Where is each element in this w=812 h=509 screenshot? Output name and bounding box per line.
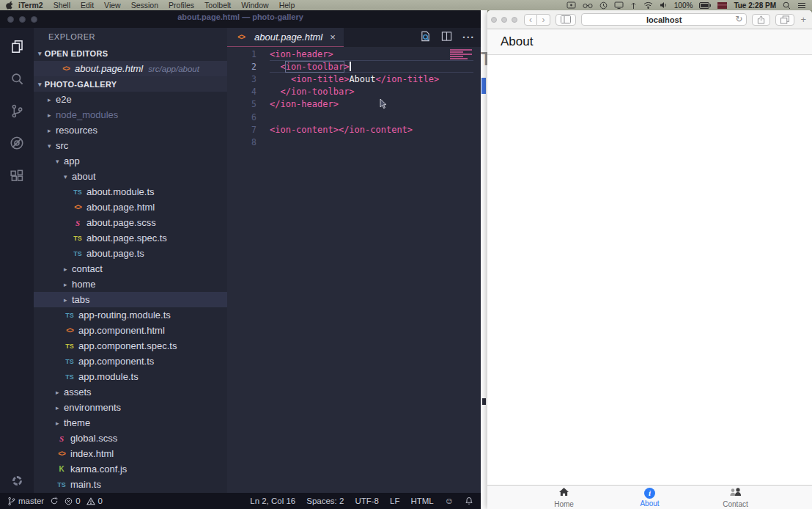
more-actions-icon[interactable]: ··· (462, 32, 475, 43)
menubar-clock[interactable]: Tue 2:28 PM (734, 1, 776, 10)
open-editors-section[interactable]: ▾ OPEN EDITORS (34, 45, 227, 61)
code-line-6[interactable]: 6 (227, 111, 481, 123)
explorer-icon[interactable] (9, 38, 25, 54)
zoom-window-button[interactable] (512, 17, 517, 23)
reload-icon[interactable]: ↻ (735, 14, 742, 24)
encoding[interactable]: UTF-8 (355, 497, 379, 505)
menu-item-toolbelt[interactable]: Toolbelt (199, 1, 236, 10)
code-line-8[interactable]: 8 (227, 136, 481, 148)
ionic-tab-about[interactable]: iAbout (607, 486, 693, 509)
notification-center-icon[interactable] (797, 2, 806, 9)
spotlight-icon[interactable] (783, 1, 791, 10)
tree-file-about.page.html[interactable]: <>about.page.html (34, 199, 227, 215)
tree-file-karma.conf.js[interactable]: Kkarma.conf.js (34, 461, 227, 477)
extensions-icon[interactable] (9, 167, 25, 183)
tree-folder-resources[interactable]: ▸resources (34, 122, 227, 138)
sidebar-toggle-button[interactable] (556, 14, 576, 26)
tree-file-app.component.ts[interactable]: TSapp.component.ts (34, 354, 227, 369)
forward-button[interactable]: › (537, 14, 550, 26)
menu-item-session[interactable]: Session (126, 1, 163, 10)
ionic-tab-home[interactable]: Home (521, 486, 607, 509)
tree-file-app.module.ts[interactable]: TSapp.module.ts (34, 369, 227, 384)
safari-toolbar[interactable]: ‹ › localhost ↻ + (487, 10, 812, 29)
code-line-3[interactable]: 3 <ion-title>About</ion-title> (227, 73, 481, 85)
tree-folder-e2e[interactable]: ▸e2e (34, 92, 227, 107)
tree-folder-environments[interactable]: ▸environments (34, 400, 227, 415)
share-button[interactable] (752, 14, 770, 26)
git-branch-indicator[interactable]: master (7, 497, 44, 506)
address-bar[interactable]: localhost ↻ (581, 13, 747, 26)
menu-item-iterm2[interactable]: iTerm2 (13, 1, 48, 10)
close-tab-icon[interactable]: × (330, 32, 336, 43)
tree-file-app-routing.module.ts[interactable]: TSapp-routing.module.ts (34, 307, 227, 323)
tree-file-index.html[interactable]: <>index.html (34, 446, 227, 461)
notifications-bell-icon[interactable] (465, 497, 473, 505)
eol[interactable]: LF (390, 497, 399, 505)
volume-icon[interactable] (660, 1, 668, 9)
back-button[interactable]: ‹ (524, 14, 537, 26)
code-editor[interactable]: 1<ion-header>2 <ion-toolbar>3 <ion-title… (227, 47, 481, 493)
tree-folder-node_modules[interactable]: ▸node_modules (34, 107, 227, 122)
glasses-icon[interactable] (583, 2, 593, 9)
cursor-position[interactable]: Ln 2, Col 16 (250, 497, 295, 505)
tree-file-about.page.scss[interactable]: Sabout.page.scss (34, 215, 227, 230)
indentation[interactable]: Spaces: 2 (306, 497, 344, 505)
menu-item-edit[interactable]: Edit (75, 1, 99, 10)
menu-item-window[interactable]: Window (236, 1, 273, 10)
tree-folder-about[interactable]: ▾about (34, 169, 227, 184)
tree-file-about.page.ts[interactable]: TSabout.page.ts (34, 246, 227, 261)
tree-file-app.component.spec.ts[interactable]: TSapp.component.spec.ts (34, 338, 227, 354)
tree-file-about.module.ts[interactable]: TSabout.module.ts (34, 184, 227, 199)
feedback-smiley-icon[interactable]: ☺ (445, 496, 454, 506)
code-line-4[interactable]: 4 </ion-toolbar> (227, 86, 481, 98)
errors-indicator[interactable]: 0 (64, 497, 80, 505)
input-source-flag-icon[interactable] (717, 2, 727, 9)
warnings-indicator[interactable]: 0 (86, 497, 103, 505)
ionic-tab-contact[interactable]: Contact (693, 486, 778, 509)
close-window-button[interactable] (491, 17, 497, 23)
vscode-titlebar[interactable]: about.page.html — photo-gallery (0, 10, 481, 28)
tree-folder-src[interactable]: ▾src (34, 138, 227, 153)
tree-folder-tabs[interactable]: ▸tabs (34, 292, 227, 307)
apple-menu-icon[interactable] (6, 1, 13, 10)
screen-recording-icon[interactable] (566, 1, 576, 9)
minimize-window-button[interactable] (501, 17, 507, 23)
open-editor-item[interactable]: <> about.page.html src/app/about (34, 61, 227, 76)
search-icon[interactable] (9, 70, 25, 87)
tree-file-app.component.html[interactable]: <>app.component.html (34, 323, 227, 338)
tab-about-page-html[interactable]: <> about.page.html × (227, 28, 344, 47)
settings-gear-icon[interactable] (0, 476, 34, 486)
open-changes-icon[interactable] (420, 31, 431, 45)
code-line-1[interactable]: 1<ion-header> (227, 48, 481, 60)
tree-file-main.ts[interactable]: TSmain.ts (34, 477, 227, 492)
menu-item-profiles[interactable]: Profiles (163, 1, 199, 10)
tree-folder-assets[interactable]: ▸assets (34, 384, 227, 400)
menu-item-help[interactable]: Help (274, 1, 300, 10)
display-icon[interactable] (614, 1, 624, 9)
wifi-icon[interactable] (643, 1, 653, 9)
tree-folder-contact[interactable]: ▸contact (34, 261, 227, 277)
code-line-2[interactable]: 2 <ion-toolbar> (227, 60, 481, 73)
tree-folder-app[interactable]: ▾app (34, 153, 227, 169)
project-section[interactable]: ▾ PHOTO-GALLERY (34, 76, 227, 92)
battery-icon[interactable] (699, 2, 711, 9)
background-dark-element (482, 398, 486, 405)
chevron-down-icon: ▾ (64, 173, 72, 180)
debug-disabled-icon[interactable] (9, 135, 25, 151)
menu-item-shell[interactable]: Shell (48, 1, 75, 10)
tree-folder-home[interactable]: ▸home (34, 277, 227, 292)
time-machine-icon[interactable] (599, 1, 608, 10)
new-tab-button[interactable]: + (800, 14, 808, 25)
tree-file-about.page.spec.ts[interactable]: TSabout.page.spec.ts (34, 230, 227, 246)
upload-icon[interactable] (630, 1, 637, 10)
tab-overview-button[interactable] (775, 14, 794, 26)
code-line-7[interactable]: 7<ion-content></ion-content> (227, 123, 481, 136)
sync-button[interactable] (50, 497, 59, 505)
tree-file-global.scss[interactable]: Sglobal.scss (34, 431, 227, 446)
code-line-5[interactable]: 5</ion-header> (227, 98, 481, 111)
tree-folder-theme[interactable]: ▸theme (34, 415, 227, 431)
source-control-icon[interactable] (9, 103, 25, 119)
split-editor-icon[interactable] (441, 31, 452, 45)
language-mode[interactable]: HTML (410, 497, 433, 505)
menu-item-view[interactable]: View (99, 1, 126, 10)
